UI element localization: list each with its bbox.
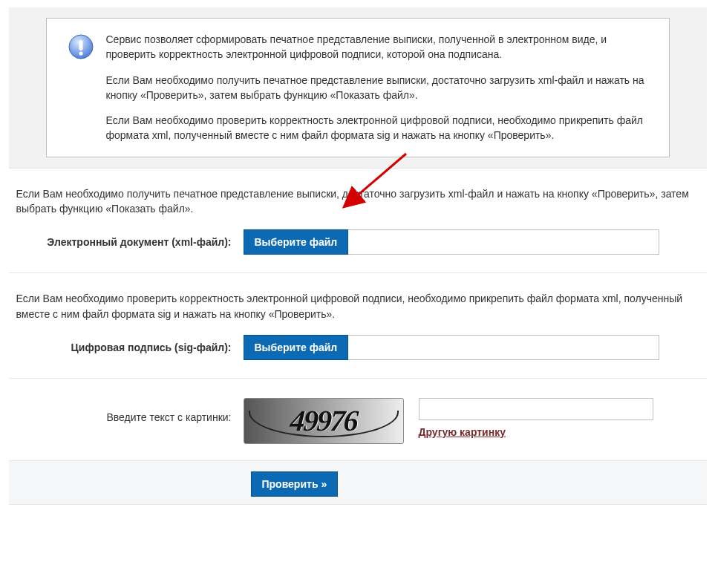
captcha-section: Введите текст с картинки: 49976 Другую к… [9,379,707,461]
info-text: Сервис позволяет сформировать печатное п… [106,32,648,143]
submit-button[interactable]: Проверить » [251,471,339,497]
captcha-label: Введите текст с картинки: [16,398,244,423]
info-box: Сервис позволяет сформировать печатное п… [46,18,670,157]
svg-point-2 [79,51,82,55]
xml-label: Электронный документ (xml-файл): [16,236,244,248]
info-icon [68,33,94,60]
svg-rect-1 [79,40,82,50]
captcha-digits: 49976 [289,403,358,438]
xml-file-name-field[interactable] [348,229,659,255]
captcha-image: 49976 [244,398,404,444]
sig-file-name-field[interactable] [348,335,659,360]
sig-label: Цифровая подпись (sig-файл): [16,342,244,353]
info-panel: Сервис позволяет сформировать печатное п… [9,7,707,169]
info-paragraph-2: Если Вам необходимо получить печатное пр… [106,73,648,103]
info-paragraph-1: Сервис позволяет сформировать печатное п… [106,32,648,62]
xml-hint: Если Вам необходимо получить печатное пр… [16,186,699,217]
info-paragraph-3: Если Вам необходимо проверить корректнос… [106,113,648,143]
xml-section: Если Вам необходимо получить печатное пр… [9,169,707,274]
sig-choose-file-button[interactable]: Выберите файл [244,335,349,360]
captcha-input[interactable] [419,398,653,420]
captcha-refresh-link[interactable]: Другую картинку [419,426,653,438]
sig-section: Если Вам необходимо проверить корректнос… [9,273,707,379]
submit-bar: Проверить » [9,461,707,505]
xml-choose-file-button[interactable]: Выберите файл [244,229,349,255]
sig-hint: Если Вам необходимо проверить корректнос… [16,291,699,321]
